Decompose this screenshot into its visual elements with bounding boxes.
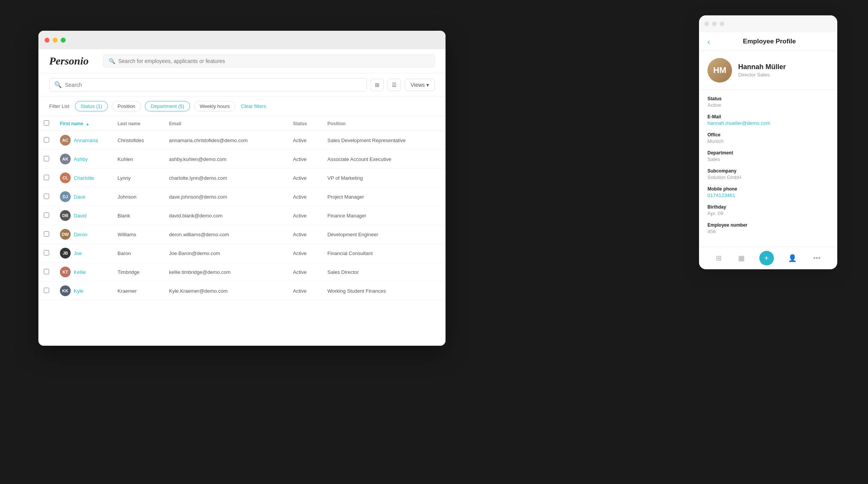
profile-job-title: Director Sales xyxy=(738,72,786,78)
birthday-label: Birthday xyxy=(707,204,829,210)
avatar: KK xyxy=(60,285,71,296)
email-value[interactable]: hannah.mueller@demo.com xyxy=(707,120,829,126)
avatar: AC xyxy=(60,135,71,146)
employee-name-link[interactable]: KT Kellie xyxy=(60,267,107,277)
row-checkbox-cell xyxy=(38,169,55,187)
row-status-cell: Active xyxy=(288,169,322,187)
filter-list-label: Filter List xyxy=(49,103,70,109)
employee-name-link[interactable]: CL Charlotte xyxy=(60,172,107,183)
row-checkbox-cell xyxy=(38,244,55,263)
employee-name-link[interactable]: DB David xyxy=(60,210,107,221)
th-select-all[interactable] xyxy=(38,116,55,131)
table-row: CL Charlotte Lynny charlotte.lynn@demo.c… xyxy=(38,169,446,187)
row-firstname-cell: AK Ashby xyxy=(55,150,112,169)
employee-name-link[interactable]: KK Kyle xyxy=(60,285,107,296)
mobile-value[interactable]: 0174123461 xyxy=(707,192,829,198)
row-position-cell: Development Engineer xyxy=(322,225,446,244)
group-icon: ⊞ xyxy=(375,82,379,88)
group-by-button[interactable]: ⊞ xyxy=(371,79,384,91)
row-select-checkbox[interactable] xyxy=(44,194,49,199)
table-row: DB David Blank david.blank@demo.com Acti… xyxy=(38,206,446,225)
views-button[interactable]: Views ▾ xyxy=(405,79,435,91)
close-button[interactable] xyxy=(45,38,50,43)
panel-dot-3 xyxy=(720,22,724,26)
row-select-checkbox[interactable] xyxy=(44,269,49,274)
status-label: Status xyxy=(707,96,829,101)
global-search-input[interactable] xyxy=(118,58,429,64)
firstname-text: Ashby xyxy=(74,156,88,162)
employee-name-link[interactable]: AC Annamaria xyxy=(60,135,107,146)
emp-number-value: 456 xyxy=(707,229,829,234)
row-checkbox-cell xyxy=(38,263,55,282)
row-select-checkbox[interactable] xyxy=(44,175,49,180)
employee-search-bar[interactable]: 🔍 xyxy=(49,78,367,91)
filter-chip-position[interactable]: Position xyxy=(112,101,141,111)
global-search-bar[interactable]: 🔍 xyxy=(103,55,435,68)
th-status[interactable]: Status xyxy=(288,116,322,131)
row-lastname-cell: Blank xyxy=(112,206,164,225)
row-lastname-cell: Kuhlen xyxy=(112,150,164,169)
minimize-button[interactable] xyxy=(53,38,58,43)
th-lastname[interactable]: Last name xyxy=(112,116,164,131)
filter-chip-weekly-hours[interactable]: Weekly hours xyxy=(194,101,236,111)
emp-number-label: Employee number xyxy=(707,222,829,228)
panel-back-button[interactable]: ‹ xyxy=(707,38,710,45)
row-select-checkbox[interactable] xyxy=(44,250,49,255)
employee-name-link[interactable]: DJ Dave xyxy=(60,191,107,202)
mobile-label: Mobile phone xyxy=(707,186,829,192)
row-status-cell: Active xyxy=(288,282,322,300)
row-select-checkbox[interactable] xyxy=(44,231,49,237)
firstname-text: David xyxy=(74,213,86,219)
columns-button[interactable]: ☰ xyxy=(388,79,401,91)
row-firstname-cell: DJ Dave xyxy=(55,187,112,206)
employee-name-link[interactable]: JB Joe xyxy=(60,248,107,259)
subcompany-label: Subcompany xyxy=(707,168,829,174)
birthday-value: Apr. 09 xyxy=(707,211,829,216)
select-all-checkbox[interactable] xyxy=(44,120,49,126)
email-label: E-Mail xyxy=(707,114,829,119)
row-firstname-cell: CL Charlotte xyxy=(55,169,112,187)
row-firstname-cell: AC Annamaria xyxy=(55,131,112,150)
row-select-checkbox[interactable] xyxy=(44,212,49,218)
row-status-cell: Active xyxy=(288,187,322,206)
th-firstname[interactable]: First name ▲ xyxy=(55,116,112,131)
detail-status: Status Active xyxy=(707,96,829,108)
th-email[interactable]: Email xyxy=(164,116,288,131)
row-select-checkbox[interactable] xyxy=(44,137,49,143)
avatar: HM xyxy=(707,58,732,83)
footer-calendar-button[interactable]: ▦ xyxy=(736,252,747,265)
footer-add-button[interactable]: + xyxy=(759,251,774,265)
table-row: DJ Dave Johnson dave.johnson@demo.com Ac… xyxy=(38,187,446,206)
table-row: AC Annamaria Christofides annamaria.chri… xyxy=(38,131,446,150)
profile-hero: HM Hannah Müller Director Sales xyxy=(699,51,837,90)
panel-titlebar xyxy=(699,15,837,32)
employee-search-input[interactable] xyxy=(65,82,362,88)
employee-name-link[interactable]: AK Ashby xyxy=(60,154,107,164)
office-value: Munich xyxy=(707,138,829,144)
employee-profile-panel: ‹ Employee Profile HM Hannah Müller Dire… xyxy=(699,15,837,269)
clear-filters-button[interactable]: Clear filters xyxy=(241,103,266,109)
columns-icon: ☰ xyxy=(392,82,397,88)
global-search-icon: 🔍 xyxy=(109,58,115,64)
row-select-checkbox[interactable] xyxy=(44,288,49,293)
detail-emp-number: Employee number 456 xyxy=(707,222,829,234)
maximize-button[interactable] xyxy=(61,38,66,43)
subcompany-value: Solution GmbH xyxy=(707,174,829,180)
row-checkbox-cell xyxy=(38,282,55,300)
avatar: DW xyxy=(60,229,71,240)
row-firstname-cell: JB Joe xyxy=(55,244,112,263)
th-position[interactable]: Position xyxy=(322,116,446,131)
filter-chip-department[interactable]: Department (5) xyxy=(145,101,190,111)
row-select-checkbox[interactable] xyxy=(44,156,49,161)
employee-name-link[interactable]: DW Deron xyxy=(60,229,107,240)
row-position-cell: Financial Consultant xyxy=(322,244,446,263)
row-lastname-cell: Kraemer xyxy=(112,282,164,300)
row-position-cell: Associate Account Executive xyxy=(322,150,446,169)
filter-chip-status[interactable]: Status (1) xyxy=(75,101,108,111)
profile-name-block: Hannah Müller Director Sales xyxy=(738,63,786,78)
footer-more-button[interactable]: ••• xyxy=(811,252,823,265)
footer-person-button[interactable]: 👤 xyxy=(786,252,799,265)
footer-grid-button[interactable]: ⊞ xyxy=(714,252,724,265)
firstname-text: Joe xyxy=(74,250,82,256)
panel-dot-2 xyxy=(712,22,717,26)
